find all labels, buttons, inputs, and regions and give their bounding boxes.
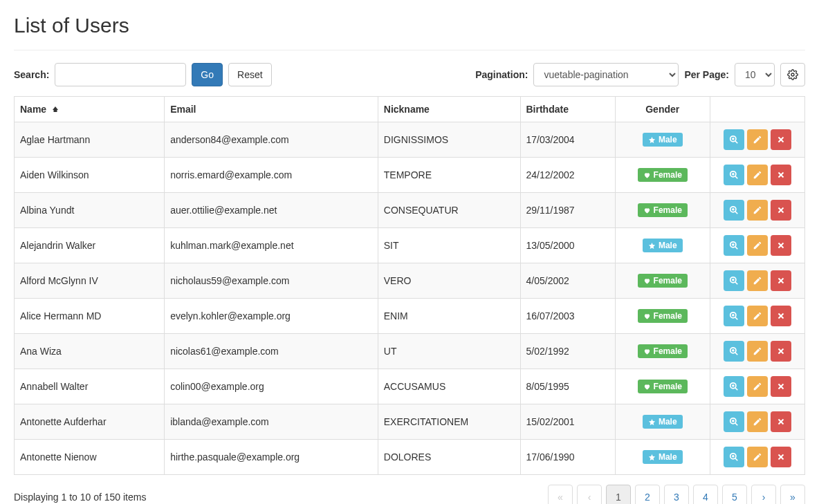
view-button[interactable] bbox=[724, 235, 744, 256]
svg-line-56 bbox=[735, 458, 738, 461]
page-3[interactable]: 3 bbox=[664, 485, 689, 504]
reset-button[interactable]: Reset bbox=[228, 63, 272, 86]
star-icon bbox=[648, 242, 656, 250]
zoom-in-icon bbox=[729, 311, 739, 321]
pencil-icon bbox=[753, 382, 762, 391]
perpage-select[interactable]: 10 bbox=[735, 63, 775, 86]
delete-button[interactable] bbox=[771, 270, 791, 291]
page-prev[interactable]: ‹ bbox=[577, 485, 602, 504]
delete-button[interactable] bbox=[771, 235, 791, 256]
cell-email: auer.ottilie@example.net bbox=[165, 193, 378, 228]
pencil-icon bbox=[753, 205, 762, 215]
page-next[interactable]: › bbox=[751, 485, 776, 504]
cell-gender: Female bbox=[615, 193, 710, 228]
edit-button[interactable] bbox=[747, 376, 768, 397]
page-first[interactable]: « bbox=[548, 485, 573, 504]
view-button[interactable] bbox=[724, 270, 744, 291]
svg-line-20 bbox=[735, 247, 738, 250]
delete-button[interactable] bbox=[771, 165, 791, 185]
gear-icon bbox=[787, 69, 798, 80]
col-email[interactable]: Email bbox=[165, 97, 378, 122]
cell-nickname: SIT bbox=[378, 228, 520, 263]
col-nickname[interactable]: Nickname bbox=[378, 97, 520, 122]
cell-actions bbox=[710, 299, 804, 334]
gender-badge: Female bbox=[638, 309, 688, 323]
cell-name: Albina Yundt bbox=[15, 193, 165, 228]
gender-text: Female bbox=[654, 346, 682, 356]
delete-button[interactable] bbox=[771, 129, 791, 150]
cell-actions bbox=[710, 122, 804, 158]
view-button[interactable] bbox=[724, 200, 744, 221]
status-text: Displaying 1 to 10 of 150 items bbox=[14, 492, 146, 503]
edit-button[interactable] bbox=[747, 306, 768, 326]
go-button[interactable]: Go bbox=[192, 63, 223, 86]
edit-button[interactable] bbox=[747, 447, 768, 467]
view-button[interactable] bbox=[724, 447, 744, 467]
close-icon bbox=[777, 418, 785, 426]
heart-icon bbox=[643, 207, 651, 214]
edit-button[interactable] bbox=[747, 165, 768, 185]
cell-actions bbox=[710, 158, 804, 193]
cell-name: Ana Wiza bbox=[15, 334, 165, 369]
edit-button[interactable] bbox=[747, 411, 768, 432]
cell-gender: Female bbox=[615, 263, 710, 299]
view-button[interactable] bbox=[724, 411, 744, 432]
cell-name: Alice Hermann MD bbox=[15, 299, 165, 334]
delete-button[interactable] bbox=[771, 200, 791, 221]
cell-name: Alejandrin Walker bbox=[15, 228, 165, 263]
view-button[interactable] bbox=[724, 341, 744, 362]
star-icon bbox=[648, 136, 656, 144]
zoom-in-icon bbox=[729, 241, 739, 250]
perpage-label: Per Page: bbox=[684, 69, 729, 80]
cell-birthdate: 13/05/2000 bbox=[520, 228, 615, 263]
pencil-icon bbox=[753, 241, 762, 250]
cell-birthdate: 5/02/1992 bbox=[520, 334, 615, 369]
star-icon bbox=[648, 454, 656, 461]
col-gender[interactable]: Gender bbox=[615, 97, 710, 122]
cell-gender: Female bbox=[615, 334, 710, 369]
edit-button[interactable] bbox=[747, 200, 768, 221]
settings-button[interactable] bbox=[780, 63, 805, 86]
cell-name: Aiden Wilkinson bbox=[15, 158, 165, 193]
view-button[interactable] bbox=[724, 129, 744, 150]
search-label: Search: bbox=[14, 69, 49, 80]
pagination-select[interactable]: vuetable-pagination bbox=[533, 63, 679, 86]
close-icon bbox=[777, 171, 785, 179]
view-button[interactable] bbox=[724, 376, 744, 397]
edit-button[interactable] bbox=[747, 341, 768, 362]
col-birthdate[interactable]: Birthdate bbox=[520, 97, 615, 122]
edit-button[interactable] bbox=[747, 270, 768, 291]
zoom-in-icon bbox=[729, 346, 739, 356]
svg-line-44 bbox=[735, 388, 738, 391]
page-2[interactable]: 2 bbox=[635, 485, 660, 504]
delete-button[interactable] bbox=[771, 447, 791, 467]
gender-badge: Female bbox=[638, 380, 688, 393]
delete-button[interactable] bbox=[771, 341, 791, 362]
view-button[interactable] bbox=[724, 306, 744, 326]
edit-button[interactable] bbox=[747, 235, 768, 256]
col-name[interactable]: Name bbox=[15, 97, 165, 122]
page-4[interactable]: 4 bbox=[693, 485, 718, 504]
view-button[interactable] bbox=[724, 165, 744, 185]
pencil-icon bbox=[753, 170, 762, 180]
cell-birthdate: 17/03/2004 bbox=[520, 122, 615, 158]
table-row: Alice Hermann MDevelyn.kohler@example.or… bbox=[15, 299, 805, 334]
page-last[interactable]: » bbox=[780, 485, 805, 504]
search-input[interactable] bbox=[55, 63, 186, 86]
pencil-icon bbox=[753, 452, 762, 462]
cell-birthdate: 4/05/2002 bbox=[520, 263, 615, 299]
delete-button[interactable] bbox=[771, 411, 791, 432]
cell-gender: Male bbox=[615, 404, 710, 440]
edit-button[interactable] bbox=[747, 129, 768, 150]
page-1[interactable]: 1 bbox=[606, 485, 631, 504]
gender-badge: Male bbox=[643, 450, 683, 464]
delete-button[interactable] bbox=[771, 376, 791, 397]
delete-button[interactable] bbox=[771, 306, 791, 326]
cell-nickname: VERO bbox=[378, 263, 520, 299]
page-5[interactable]: 5 bbox=[722, 485, 747, 504]
close-icon bbox=[777, 382, 785, 391]
pagination-label: Pagination: bbox=[475, 69, 528, 80]
cell-email: nicolas61@example.com bbox=[165, 334, 378, 369]
cell-actions bbox=[710, 193, 804, 228]
svg-point-0 bbox=[791, 73, 794, 76]
